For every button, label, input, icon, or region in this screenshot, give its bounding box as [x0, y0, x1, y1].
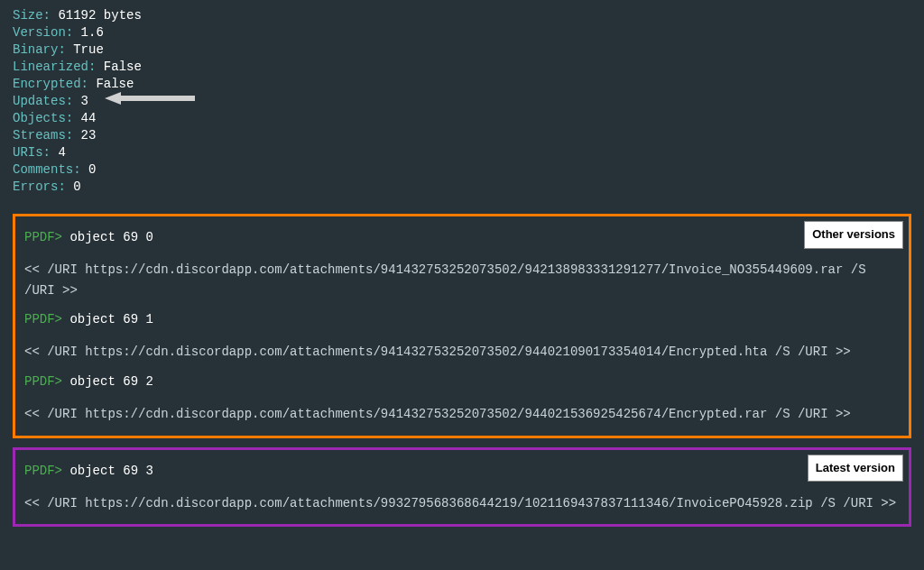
info-value: 44 — [73, 111, 96, 125]
output-text: << /URI https://cdn.discordapp.com/attac… — [24, 260, 900, 300]
info-row: Streams: 23 — [13, 127, 911, 144]
info-key: Linearized: — [13, 60, 96, 74]
latest-version-label: Latest version — [808, 455, 903, 483]
pdf-info-block: Size: 61192 bytes Version: 1.6 Binary: T… — [13, 7, 911, 196]
info-key: Comments: — [13, 162, 81, 177]
terminal-line: PPDF> object 69 2 — [24, 372, 900, 391]
info-value: 23 — [73, 128, 96, 142]
other-versions-box: Other versions PPDF> object 69 0 << /URI… — [13, 214, 911, 438]
svg-marker-0 — [105, 92, 195, 105]
command-text: object 69 1 — [62, 312, 153, 326]
info-row-updates: Updates: 3 — [13, 92, 911, 110]
info-row: Errors: 0 — [13, 179, 911, 196]
prompt: PPDF> — [24, 374, 62, 389]
other-versions-label: Other versions — [804, 221, 903, 249]
command-text: object 69 3 — [62, 464, 153, 478]
info-value: False — [88, 77, 134, 91]
prompt: PPDF> — [24, 230, 62, 244]
info-row: Size: 61192 bytes — [13, 7, 911, 24]
info-key: URIs: — [13, 145, 51, 160]
info-value: 0 — [66, 179, 81, 194]
info-value: 1.6 — [73, 25, 104, 40]
info-row: Encrypted: False — [13, 76, 911, 93]
prompt: PPDF> — [24, 312, 62, 326]
terminal-line: PPDF> object 69 0 — [24, 227, 900, 247]
latest-version-box: Latest version PPDF> object 69 3 << /URI… — [13, 447, 911, 528]
info-value: False — [96, 60, 141, 74]
info-row: Linearized: False — [13, 59, 911, 76]
command-text: object 69 0 — [62, 230, 153, 244]
info-row: Comments: 0 — [13, 161, 911, 179]
info-key: Size: — [13, 8, 51, 23]
command-text: object 69 2 — [62, 374, 153, 389]
prompt: PPDF> — [24, 464, 62, 478]
info-value: 61192 bytes — [51, 8, 142, 23]
info-row: Objects: 44 — [13, 110, 911, 127]
info-value: 3 — [73, 94, 88, 108]
info-value: True — [66, 42, 104, 57]
info-key: Updates: — [13, 94, 73, 108]
arrow-left-icon — [105, 92, 195, 110]
info-row: URIs: 4 — [13, 144, 911, 161]
info-key: Errors: — [13, 179, 66, 194]
info-key: Binary: — [13, 42, 66, 57]
output-text: << /URI https://cdn.discordapp.com/attac… — [24, 342, 900, 362]
info-value: 0 — [81, 162, 97, 177]
info-key: Objects: — [13, 111, 73, 125]
info-value: 4 — [51, 145, 66, 160]
output-text: << /URI https://cdn.discordapp.com/attac… — [24, 404, 900, 424]
info-key: Version: — [13, 25, 73, 40]
info-key: Encrypted: — [13, 77, 88, 91]
output-text: << /URI https://cdn.discordapp.com/attac… — [24, 493, 900, 513]
info-row: Binary: True — [13, 41, 911, 59]
terminal-line: PPDF> object 69 1 — [24, 309, 900, 329]
info-key: Streams: — [13, 128, 73, 142]
info-row: Version: 1.6 — [13, 24, 911, 41]
terminal-line: PPDF> object 69 3 — [24, 461, 900, 481]
